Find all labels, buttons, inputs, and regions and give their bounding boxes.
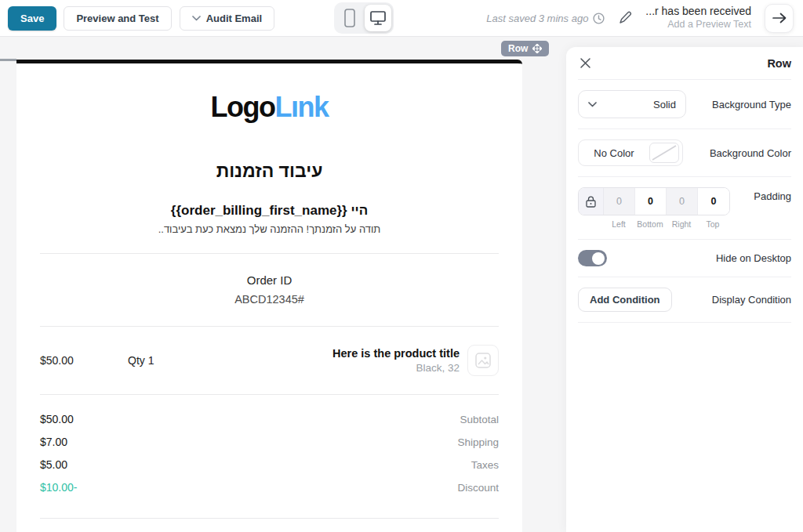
background-color-value: No Color bbox=[579, 147, 649, 159]
totals-section: $50.00 Subtotal $7.00 Shipping $5.00 Tax… bbox=[16, 395, 522, 507]
image-placeholder-icon bbox=[475, 353, 491, 368]
shipping-label: Shipping bbox=[457, 436, 499, 448]
email-intro: תודה על הזמנתך! ההזמנה שלך נמצאת כעת בעי… bbox=[16, 223, 522, 235]
preview-and-test-button[interactable]: Preview and Test bbox=[64, 6, 171, 31]
pencil-icon bbox=[618, 11, 632, 25]
padding-top-label: Top bbox=[697, 219, 729, 229]
row-drag-badge[interactable]: Row bbox=[501, 41, 549, 56]
product-qty: Qty 1 bbox=[128, 354, 214, 367]
no-color-swatch-icon bbox=[649, 143, 679, 163]
hide-on-desktop-row: Hide on Desktop bbox=[578, 240, 791, 277]
totals-row-discount: $10.00- Discount bbox=[40, 476, 499, 499]
subtotal-label: Subtotal bbox=[460, 414, 499, 425]
product-info: Here is the product title Black, 32 bbox=[332, 347, 460, 374]
logo: LogoLınk bbox=[16, 63, 522, 123]
phone-icon bbox=[344, 9, 355, 27]
chevron-down-icon bbox=[588, 102, 597, 107]
monitor-icon bbox=[370, 11, 386, 25]
product-row: $50.00 Qty 1 Here is the product title B… bbox=[16, 327, 522, 394]
logo-text-blue: Lınk bbox=[274, 91, 328, 123]
background-color-picker[interactable]: No Color bbox=[578, 139, 683, 166]
row-border-stub bbox=[0, 59, 16, 61]
padding-bottom-input[interactable]: 0 bbox=[635, 188, 667, 215]
totals-row-taxes: $5.00 Taxes bbox=[40, 454, 499, 476]
desktop-preview-button[interactable] bbox=[365, 5, 391, 31]
padding-top-input[interactable]: 0 bbox=[698, 188, 729, 215]
subject-preview-text: ...r has been received bbox=[645, 5, 751, 19]
lock-icon bbox=[586, 196, 596, 208]
logo-text-black: Logo bbox=[211, 91, 275, 123]
padding-right-input[interactable]: 0 bbox=[667, 188, 698, 215]
save-button[interactable]: Save bbox=[8, 6, 56, 31]
padding-label: Padding bbox=[754, 187, 791, 202]
device-preview-toggle bbox=[334, 2, 394, 34]
product-image-placeholder bbox=[467, 345, 499, 376]
clock-icon bbox=[593, 13, 605, 24]
audit-email-label: Audit Email bbox=[206, 13, 263, 24]
arrow-right-icon bbox=[772, 13, 787, 24]
background-color-row: No Color Background Color bbox=[578, 129, 791, 177]
greeting-hebrew: היי bbox=[351, 203, 368, 218]
background-color-label: Background Color bbox=[710, 147, 791, 159]
panel-header: Row bbox=[578, 47, 791, 80]
panel-title: Row bbox=[767, 57, 791, 70]
display-condition-label: Display Condition bbox=[712, 294, 791, 306]
totals-row-shipping: $7.00 Shipping bbox=[40, 431, 499, 454]
padding-field-labels: Left Bottom Right Top bbox=[603, 219, 730, 229]
audit-email-button[interactable]: Audit Email bbox=[180, 6, 275, 31]
toolbar-right-group: Last saved 3 mins ago ...r has been rece… bbox=[486, 4, 795, 33]
background-type-select[interactable]: Solid bbox=[578, 90, 686, 118]
add-preview-text-link[interactable]: Add a Preview Text bbox=[645, 19, 751, 31]
padding-left-input[interactable]: 0 bbox=[604, 188, 635, 215]
close-icon bbox=[580, 57, 591, 69]
grand-total-row: $52.00 Total bbox=[16, 519, 522, 532]
discount-amount: $10.00- bbox=[40, 481, 77, 494]
subtotal-amount: $50.00 bbox=[40, 413, 74, 425]
edit-subject-button[interactable] bbox=[618, 11, 632, 25]
padding-row: 0 0 0 0 Left Bottom Right Top Padding bbox=[578, 177, 791, 240]
email-greeting: היי {{order_billing_first_name}} bbox=[16, 203, 522, 219]
taxes-amount: $5.00 bbox=[40, 458, 67, 471]
subject-preview-block[interactable]: ...r has been received Add a Preview Tex… bbox=[645, 5, 751, 31]
hide-on-desktop-toggle[interactable] bbox=[578, 250, 607, 266]
background-type-label: Background Type bbox=[712, 99, 791, 110]
padding-link-button[interactable] bbox=[579, 188, 604, 215]
padding-input-group: 0 0 0 0 bbox=[578, 187, 730, 215]
email-preview-canvas[interactable]: LogoLınk עיבוד הזמנות היי {{order_billin… bbox=[16, 60, 522, 532]
last-saved-label: Last saved 3 mins ago bbox=[486, 13, 588, 24]
display-condition-row: Add Condition Display Condition bbox=[578, 277, 791, 323]
padding-controls: 0 0 0 0 Left Bottom Right Top bbox=[578, 187, 730, 229]
row-badge-label: Row bbox=[508, 43, 528, 54]
email-heading: עיבוד הזמנות bbox=[16, 161, 522, 182]
greeting-variable: {{order_billing_first_name}} bbox=[171, 203, 347, 218]
order-id-block: Order ID ABCD12345# bbox=[16, 254, 522, 326]
add-condition-button[interactable]: Add Condition bbox=[578, 288, 672, 312]
order-id-label: Order ID bbox=[16, 273, 522, 287]
product-variant: Black, 32 bbox=[332, 362, 460, 374]
background-type-row: Solid Background Type bbox=[578, 80, 791, 129]
padding-right-label: Right bbox=[666, 219, 697, 229]
mobile-preview-button[interactable] bbox=[336, 5, 363, 31]
close-panel-button[interactable] bbox=[578, 56, 593, 71]
padding-bottom-label: Bottom bbox=[634, 219, 666, 229]
row-settings-panel: Row Solid Background Type No Color Backg… bbox=[566, 47, 803, 532]
totals-row-subtotal: $50.00 Subtotal bbox=[40, 408, 499, 431]
next-button[interactable] bbox=[765, 4, 794, 33]
background-type-value: Solid bbox=[653, 99, 676, 110]
toggle-knob bbox=[592, 252, 605, 265]
shipping-amount: $7.00 bbox=[40, 436, 67, 448]
hide-on-desktop-label: Hide on Desktop bbox=[716, 252, 791, 264]
chevron-down-icon bbox=[192, 16, 201, 21]
product-price: $50.00 bbox=[40, 354, 128, 367]
order-id-value: ABCD12345# bbox=[16, 293, 522, 306]
last-saved-text: Last saved 3 mins ago bbox=[486, 13, 605, 24]
discount-label: Discount bbox=[457, 482, 499, 494]
product-title: Here is the product title bbox=[332, 347, 460, 360]
email-builder-app: Save Preview and Test Audit Email Last bbox=[0, 0, 803, 532]
move-icon bbox=[532, 44, 542, 53]
taxes-label: Taxes bbox=[471, 459, 499, 471]
padding-left-label: Left bbox=[603, 219, 634, 229]
toolbar: Save Preview and Test Audit Email Last bbox=[0, 0, 803, 37]
